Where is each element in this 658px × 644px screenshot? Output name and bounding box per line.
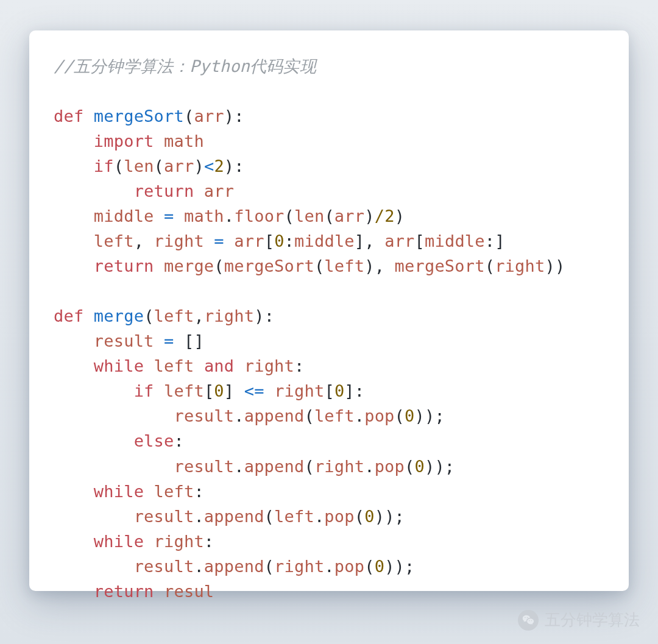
- fn-mergesort: mergeSort: [94, 107, 184, 126]
- kw-def: def: [54, 107, 83, 126]
- watermark-text: 五分钟学算法: [545, 609, 640, 631]
- watermark: 五分钟学算法: [518, 609, 640, 631]
- code-card: //五分钟学算法：Python代码实现 def mergeSort(arr): …: [29, 30, 629, 591]
- code-comment: //五分钟学算法：Python代码实现: [54, 57, 316, 76]
- code-block: //五分钟学算法：Python代码实现 def mergeSort(arr): …: [54, 54, 607, 604]
- wechat-icon: [518, 610, 539, 631]
- fn-merge: merge: [94, 306, 144, 325]
